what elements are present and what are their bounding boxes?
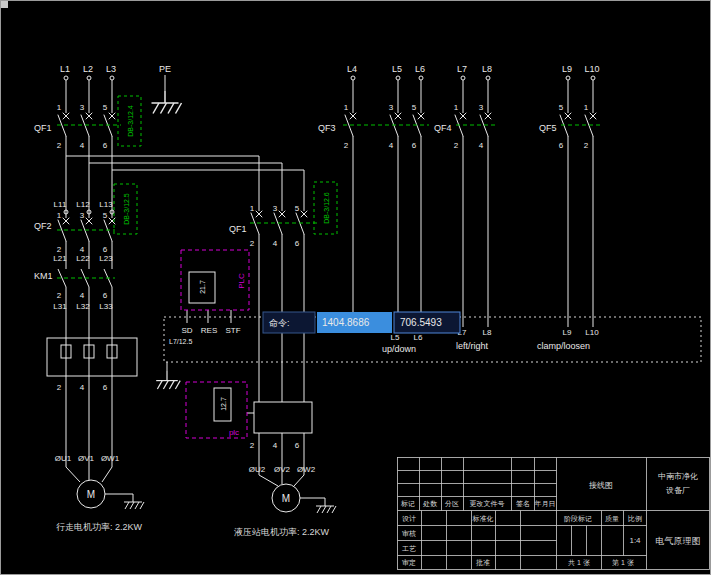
pole-number: 3 — [479, 103, 484, 112]
wire-label: L22 — [76, 254, 90, 263]
pole-number: 2 — [57, 141, 62, 150]
action-label-clamploosen: clamp/loosen — [537, 341, 590, 351]
pole-number: 6 — [103, 291, 108, 300]
pole-number: 6 — [412, 141, 417, 150]
device-label-qf5: QF5 — [539, 123, 557, 133]
pole-number: 2 — [57, 383, 62, 392]
drawing-canvas[interactable]: DB-3/12.4 DB-3/12.5 DB-3/12.6 21.7 PLC 1… — [1, 1, 711, 575]
tb-sheet-total: 共 1 张 — [568, 559, 590, 567]
tb-header-mark: 标记 — [400, 500, 415, 508]
device-label-qf2: QF2 — [34, 221, 52, 231]
pe-label: PE — [159, 64, 171, 74]
pole-number: 3 — [389, 103, 394, 112]
pole-number: 1 — [250, 204, 255, 213]
phase-label: L1 — [60, 64, 70, 74]
dynamic-input-overlay[interactable]: 命令: 1404.8686 706.5493 — [263, 312, 460, 333]
pole-number: 6 — [103, 141, 108, 150]
inverter-terminal: STF — [225, 326, 240, 335]
pole-number: 3 — [273, 204, 278, 213]
pole-number: 3 — [80, 211, 85, 220]
motor-terminal: ØV1 — [78, 454, 95, 463]
pole-number: 6 — [559, 141, 564, 150]
tb-stage-mark: 阶段标记 — [564, 515, 592, 523]
motor2-caption: 液压站电机功率: 2.2KW — [234, 527, 330, 537]
plc-lower-label: plc — [229, 428, 239, 437]
device-label-qf4: QF4 — [434, 123, 452, 133]
device-label-qf1-mid: QF1 — [229, 224, 247, 234]
tb-label-craft: 工艺 — [402, 545, 416, 552]
pole-number: 4 — [80, 291, 85, 300]
motor1-caption: 行走电机功率: 2.2KW — [56, 522, 143, 532]
pole-number: 2 — [250, 239, 255, 248]
device-label-km1: KM1 — [34, 271, 53, 281]
pole-number: 4 — [80, 245, 85, 254]
pole-number: 2 — [454, 141, 459, 150]
wire-label: L13 — [99, 200, 113, 209]
pole-number: 2 — [344, 141, 349, 150]
pole-number: 4 — [479, 141, 484, 150]
phase-label: L10 — [584, 64, 599, 74]
wire-label: L31 — [53, 302, 67, 311]
pole-number: 1 — [57, 211, 62, 220]
pole-number: 5 — [412, 103, 417, 112]
motor-terminal: ØU1 — [55, 454, 72, 463]
inverter-terminal: SD — [181, 326, 192, 335]
tb-scale: 比例 — [628, 515, 642, 523]
pole-number: 4 — [80, 141, 85, 150]
phase-label: L5 — [392, 64, 402, 74]
pole-number: 6 — [103, 383, 108, 392]
plc-lower-number: 12.7 — [220, 397, 227, 411]
phase-label: L4 — [347, 64, 357, 74]
tb-header-date: 年月日 — [535, 500, 556, 508]
cad-window: DB-3/12.4 DB-3/12.5 DB-3/12.6 21.7 PLC 1… — [0, 0, 711, 575]
wire-label: L23 — [99, 254, 113, 263]
coord-y-value[interactable]: 706.5493 — [400, 317, 442, 328]
phase-label: L3 — [106, 64, 116, 74]
pole-number: 4 — [273, 239, 278, 248]
pole-number: 4 — [273, 441, 278, 450]
action-label-leftright: left/right — [456, 341, 489, 351]
tb-label-standard: 标准化 — [472, 515, 494, 523]
pole-number: 1 — [57, 103, 62, 112]
motor-symbol: M — [87, 489, 95, 500]
db-ref-label: DB-3/12.5 — [123, 193, 130, 225]
phase-label: L8 — [482, 64, 492, 74]
wire-label: L32 — [76, 302, 90, 311]
tb-weight: 质量 — [605, 515, 619, 523]
wire-label: L5 — [391, 333, 400, 342]
pole-number: 1 — [584, 103, 589, 112]
pole-number: 5 — [559, 103, 564, 112]
pole-number: 1 — [454, 103, 459, 112]
tb-label-approve: 批准 — [476, 559, 490, 567]
wire-ref-label: L7/12.5 — [169, 338, 192, 345]
action-label-updown: up/down — [382, 344, 416, 354]
pole-number: 2 — [57, 245, 62, 254]
pole-number: 5 — [103, 103, 108, 112]
coord-x-value[interactable]: 1404.8686 — [322, 317, 370, 328]
tb-scale-value: 1:4 — [629, 536, 641, 545]
pole-number: 4 — [80, 383, 85, 392]
wire-label: L8 — [483, 328, 492, 337]
pole-number: 2 — [584, 141, 589, 150]
pole-number: 3 — [80, 103, 85, 112]
tb-label-design: 设计 — [402, 515, 416, 522]
tb-company-line1: 中南市净化 — [658, 472, 698, 481]
wire-label: L11 — [54, 200, 67, 209]
motor-symbol: M — [282, 493, 290, 504]
tb-header-sign: 签名 — [516, 500, 530, 508]
pole-number: 6 — [295, 239, 300, 248]
db-ref-label: DB-3/12.4 — [127, 105, 134, 137]
wire-label: L10 — [585, 328, 599, 337]
motor-terminal: ØU2 — [249, 465, 266, 474]
pole-number: 2 — [250, 441, 255, 450]
tb-label-check: 审核 — [402, 530, 416, 538]
window-corner-artifact — [1, 1, 8, 8]
pole-number: 6 — [295, 441, 300, 450]
wire-label: L21 — [53, 254, 67, 263]
plc-upper-label: PLC — [237, 273, 246, 289]
phase-label: L7 — [457, 64, 467, 74]
motor-terminal: ØV2 — [274, 465, 291, 474]
device-label-qf3: QF3 — [318, 123, 336, 133]
phase-label: L6 — [415, 64, 425, 74]
pole-number: 1 — [344, 103, 349, 112]
